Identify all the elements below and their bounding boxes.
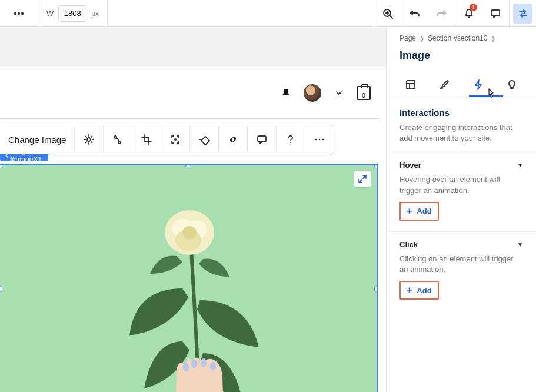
panel-tabs xyxy=(387,72,536,97)
tab-tips[interactable] xyxy=(501,74,522,95)
lightbulb-icon xyxy=(506,79,518,91)
resize-handle[interactable] xyxy=(0,165,2,167)
resize-handle[interactable] xyxy=(374,165,377,167)
click-add-button[interactable]: + Add xyxy=(399,281,439,300)
svg-point-0 xyxy=(15,12,16,14)
svg-point-15 xyxy=(291,142,292,144)
undo-button[interactable] xyxy=(401,0,428,27)
svg-point-24 xyxy=(182,226,197,239)
swap-horizontal-icon xyxy=(517,8,529,19)
click-section: Click ▼ Clicking on an element will trig… xyxy=(387,232,536,308)
image-content xyxy=(0,165,377,392)
cart-count: 0 xyxy=(362,92,365,99)
tab-design[interactable] xyxy=(434,74,455,95)
mask-icon xyxy=(198,134,210,145)
more-menu-button[interactable] xyxy=(0,0,38,27)
svg-point-18 xyxy=(322,139,324,141)
image-help-button[interactable] xyxy=(277,125,305,154)
user-avatar[interactable] xyxy=(304,84,321,102)
svg-rect-31 xyxy=(407,81,415,89)
panel-title: Image xyxy=(387,46,536,72)
svg-rect-19 xyxy=(0,165,377,392)
notifications-button[interactable]: ! xyxy=(455,0,482,27)
caret-down-icon: ▼ xyxy=(517,241,523,248)
resize-handle[interactable] xyxy=(374,287,377,292)
svg-point-8 xyxy=(87,138,91,141)
toggle-panels-button[interactable] xyxy=(509,0,536,27)
svg-point-11 xyxy=(175,139,176,140)
expand-button[interactable] xyxy=(354,171,371,187)
expand-icon xyxy=(358,174,367,184)
change-image-button[interactable]: Change Image xyxy=(0,125,75,154)
animate-icon xyxy=(112,134,124,145)
width-label: W xyxy=(46,9,54,18)
svg-point-17 xyxy=(319,139,321,141)
svg-point-1 xyxy=(18,12,20,14)
image-focal-button[interactable] xyxy=(161,125,190,154)
svg-point-2 xyxy=(22,12,24,14)
svg-point-26 xyxy=(191,360,197,368)
svg-rect-12 xyxy=(201,137,209,145)
click-title: Click xyxy=(399,240,418,249)
selected-image[interactable] xyxy=(0,165,377,392)
notification-badge: ! xyxy=(470,4,477,11)
redo-icon xyxy=(435,8,447,19)
image-more-button[interactable] xyxy=(305,125,334,154)
hover-section: Hover ▼ Hovering over an element will tr… xyxy=(387,152,536,231)
image-settings-button[interactable] xyxy=(75,125,104,154)
cart-button[interactable]: 0 xyxy=(357,86,371,100)
tab-interactions[interactable] xyxy=(468,74,489,95)
inspector-panel: Page ❯ Section #section10 ❯ Image Intera… xyxy=(386,27,536,392)
gear-icon xyxy=(83,134,95,145)
canvas-header-strip xyxy=(0,27,386,67)
image-mask-button[interactable] xyxy=(190,125,219,154)
zoom-in-icon xyxy=(382,8,394,19)
svg-rect-7 xyxy=(491,10,500,16)
tab-layout[interactable] xyxy=(400,74,421,95)
plus-icon: + xyxy=(407,207,412,216)
hover-add-button[interactable]: + Add xyxy=(399,202,439,221)
breadcrumb-item[interactable]: Page xyxy=(399,34,416,42)
chevron-right-icon: ❯ xyxy=(420,35,424,42)
svg-point-28 xyxy=(210,362,216,370)
canvas-area[interactable]: 0 Change Image xyxy=(0,27,386,392)
resize-handle[interactable] xyxy=(0,287,2,292)
help-icon xyxy=(285,134,297,145)
svg-point-25 xyxy=(183,363,189,371)
plus-icon: + xyxy=(407,285,412,295)
image-floating-toolbar: Change Image xyxy=(0,125,334,154)
zoom-button[interactable] xyxy=(374,0,401,27)
resize-handle[interactable] xyxy=(186,165,191,167)
site-notifications-icon[interactable] xyxy=(280,87,292,99)
comments-button[interactable] xyxy=(482,0,509,27)
ellipsis-icon xyxy=(13,8,25,19)
chevron-right-icon: ❯ xyxy=(491,35,495,42)
section-heading: Interactions xyxy=(399,108,523,118)
chat-icon xyxy=(490,8,501,19)
crop-icon xyxy=(141,134,152,145)
svg-point-10 xyxy=(118,141,121,144)
image-comment-button[interactable] xyxy=(248,125,277,154)
width-unit: px xyxy=(91,9,99,18)
hover-description: Hovering over an element will trigger an… xyxy=(387,174,536,201)
canvas-width-control: W px xyxy=(38,0,108,27)
link-icon xyxy=(227,134,239,145)
brush-icon xyxy=(438,79,450,91)
image-link-button[interactable] xyxy=(219,125,248,154)
click-header[interactable]: Click ▼ xyxy=(387,232,536,254)
image-animate-button[interactable] xyxy=(104,125,132,154)
undo-icon xyxy=(409,8,421,19)
svg-point-16 xyxy=(315,139,317,141)
width-input[interactable] xyxy=(58,5,86,22)
layout-icon xyxy=(405,79,417,91)
hover-header[interactable]: Hover ▼ xyxy=(387,152,536,174)
section-description: Create engaging interactions that add mo… xyxy=(399,122,523,144)
redo-button[interactable] xyxy=(428,0,455,27)
image-crop-button[interactable] xyxy=(132,125,161,154)
top-toolbar: W px ! xyxy=(0,0,536,27)
user-menu-caret[interactable] xyxy=(333,87,345,99)
caret-down-icon: ▼ xyxy=(517,162,523,168)
breadcrumb-item[interactable]: Section #section10 xyxy=(428,34,487,42)
comment-icon xyxy=(256,134,268,145)
interactions-intro: Interactions Create engaging interaction… xyxy=(387,97,536,152)
